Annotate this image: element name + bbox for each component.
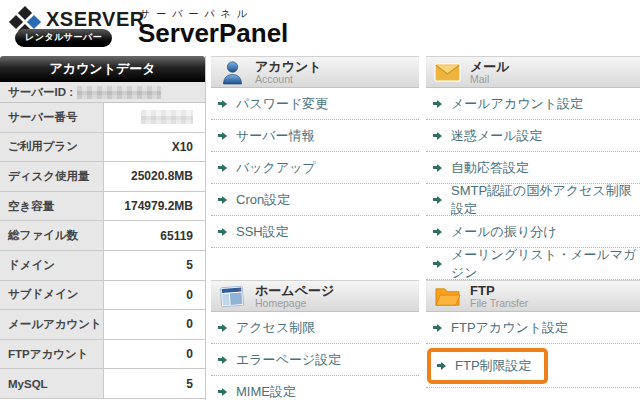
- sidebar-row-ftp-accounts: FTPアカウント 0: [0, 340, 205, 370]
- brand-badge: レンタルサーバー: [15, 29, 112, 47]
- arrow-icon: [433, 227, 443, 237]
- sidebar-row-free-space: 空き容量 174979.2MB: [0, 192, 205, 222]
- menu-item-label: MIME設定: [236, 383, 296, 400]
- section-header-mail: メール Mail: [426, 56, 640, 88]
- menu-item-backup[interactable]: バックアップ: [211, 152, 419, 184]
- arrow-icon: [218, 227, 228, 237]
- server-panel-page: XSERVER レンタルサーバー サーバーパネル ServerPanel アカウ…: [0, 0, 640, 400]
- section-header-account: アカウント Account: [211, 56, 419, 88]
- sidebar-row-subdomains: サブドメイン 0: [0, 281, 205, 311]
- menu-item-spam-mail[interactable]: 迷惑メール設定: [426, 120, 640, 152]
- arrow-icon: [433, 195, 443, 205]
- menu-item-label: メールの振り分け: [451, 223, 557, 241]
- arrow-icon: [218, 195, 228, 205]
- account-person-icon: [219, 60, 246, 85]
- menu-item-smtp-restriction[interactable]: SMTP認証の国外アクセス制限設定: [426, 184, 640, 216]
- menu-item-ssh[interactable]: SSH設定: [211, 216, 419, 248]
- menu-item-cron[interactable]: Cron設定: [211, 184, 419, 216]
- menu-item-ftp-restriction[interactable]: FTP制限設定: [427, 348, 548, 384]
- row-label: サーバー番号: [0, 103, 104, 132]
- section-subtitle: Homepage: [255, 298, 334, 309]
- menu-item-label: Cron設定: [236, 191, 290, 209]
- section-title: FTP: [470, 284, 528, 297]
- section-title: メール: [470, 60, 510, 73]
- sidebar-row-plan: ご利用プラン X10: [0, 133, 205, 163]
- section-header-ftp: FTP File Transfer: [426, 280, 640, 312]
- sidebar-row-server-number: サーバー番号: [0, 103, 205, 133]
- menu-item-ftp-account[interactable]: FTPアカウント設定: [426, 312, 640, 344]
- mail-envelope-icon: [434, 60, 461, 85]
- section-subtitle: Account: [255, 74, 322, 85]
- menu-item-label: FTPアカウント設定: [451, 319, 568, 337]
- sidebar-row-total-files: 総ファイル数 65119: [0, 221, 205, 251]
- section-gap: [211, 248, 419, 280]
- menu-item-label: エラーページ設定: [236, 351, 341, 369]
- menu-item-label: メーリングリスト・メールマガジン: [451, 246, 640, 282]
- row-label: 空き容量: [0, 192, 104, 221]
- arrow-icon: [433, 163, 443, 173]
- section-subtitle: File Transfer: [470, 298, 528, 309]
- menu-column-left: アカウント Account パスワード変更 サーバー情報 バックアップ Cron…: [211, 56, 419, 400]
- row-value: 174979.2MB: [104, 192, 205, 221]
- sidebar-row-domains: ドメイン 5: [0, 251, 205, 281]
- menu-item-label: 迷惑メール設定: [451, 127, 543, 145]
- row-value: 25020.8MB: [104, 162, 205, 191]
- menu-item-label: SMTP認証の国外アクセス制限設定: [451, 182, 640, 218]
- arrow-icon: [218, 99, 228, 109]
- server-id-label: サーバーID :: [8, 85, 73, 100]
- row-label: 総ファイル数: [0, 221, 104, 250]
- arrow-icon: [218, 163, 228, 173]
- arrow-icon: [433, 131, 443, 141]
- menu-item-label: サーバー情報: [236, 127, 315, 145]
- menu-item-server-info[interactable]: サーバー情報: [211, 120, 419, 152]
- server-number-redacted-value: [141, 110, 193, 124]
- menu-item-access-restriction[interactable]: アクセス制限: [211, 312, 419, 344]
- row-label: ドメイン: [0, 251, 104, 280]
- menu-item-auto-reply[interactable]: 自動応答設定: [426, 152, 640, 184]
- arrow-icon: [433, 259, 443, 269]
- row-value: 0: [104, 310, 205, 339]
- arrow-icon: [218, 355, 228, 365]
- row-label: サブドメイン: [0, 281, 104, 310]
- brand-name: XSERVER: [46, 8, 145, 31]
- account-data-title: アカウントデータ: [0, 56, 205, 82]
- top-header: XSERVER レンタルサーバー サーバーパネル ServerPanel: [0, 0, 640, 56]
- menu-item-mail-sorting[interactable]: メールの振り分け: [426, 216, 640, 248]
- account-data-panel: アカウントデータ サーバーID : サーバー番号 ご利用プラン X10 ディスク…: [0, 56, 206, 400]
- arrow-icon: [437, 361, 447, 371]
- server-id-redacted-value: [77, 86, 161, 99]
- arrow-icon: [218, 387, 228, 397]
- menu-item-label: メールアカウント設定: [451, 95, 583, 113]
- homepage-window-icon: [219, 284, 246, 309]
- arrow-icon: [218, 131, 228, 141]
- menu-item-label: パスワード変更: [236, 95, 328, 113]
- sidebar-row-mail-accounts: メールアカウント 0: [0, 310, 205, 340]
- arrow-icon: [433, 323, 443, 333]
- ftp-folder-icon: [434, 284, 461, 309]
- menu-item-mail-account[interactable]: メールアカウント設定: [426, 88, 640, 120]
- row-value: X10: [104, 133, 205, 162]
- page-title: ServerPanel: [138, 18, 288, 49]
- row-value: 65119: [104, 221, 205, 250]
- row-label: メールアカウント: [0, 310, 104, 339]
- menu-row-ftp-restriction: FTP制限設定: [426, 344, 640, 388]
- menu-item-label: 自動応答設定: [451, 159, 529, 177]
- section-header-homepage: ホームページ Homepage: [211, 280, 419, 312]
- menu-item-label: バックアップ: [236, 159, 316, 177]
- menu-item-label: アクセス制限: [236, 319, 315, 337]
- menu-item-error-page[interactable]: エラーページ設定: [211, 344, 419, 376]
- row-value: [104, 103, 205, 132]
- row-value: 5: [104, 251, 205, 280]
- section-subtitle: Mail: [470, 74, 510, 85]
- row-label: MySQL: [0, 369, 104, 398]
- menu-item-mailing-list[interactable]: メーリングリスト・メールマガジン: [426, 248, 640, 280]
- row-value: 5: [104, 369, 205, 398]
- section-title: ホームページ: [255, 284, 334, 297]
- menu-item-label: SSH設定: [236, 223, 289, 241]
- row-value: 0: [104, 340, 205, 369]
- row-label: FTPアカウント: [0, 340, 104, 369]
- menu-item-mime[interactable]: MIME設定: [211, 376, 419, 400]
- row-value: 0: [104, 281, 205, 310]
- menu-item-password-change[interactable]: パスワード変更: [211, 88, 419, 120]
- sidebar-row-disk-usage: ディスク使用量 25020.8MB: [0, 162, 205, 192]
